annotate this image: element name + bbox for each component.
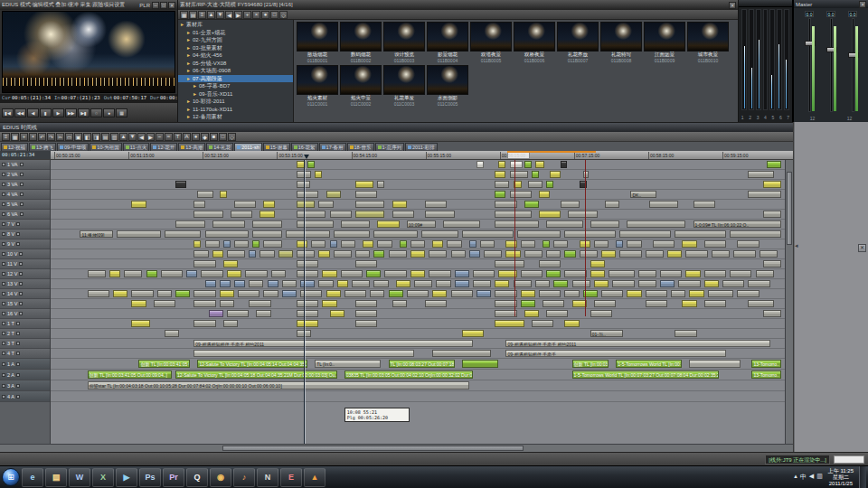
- timeline-clip[interactable]: [646, 250, 664, 258]
- timeline-clip[interactable]: [767, 161, 781, 168]
- track-header[interactable]: 13 V: [0, 279, 50, 289]
- timeline-clip[interactable]: [234, 240, 249, 248]
- timeline-clip[interactable]: [429, 250, 447, 258]
- record-icon[interactable]: ●: [192, 133, 200, 141]
- timeline-clip[interactable]: 创新 TL [In:00:03:41:05 Out:00:09:04..]: [88, 371, 172, 379]
- track-lock-icon[interactable]: [2, 384, 5, 388]
- timeline-clip[interactable]: [249, 280, 263, 287]
- sequence-tab[interactable]: 12-花开: [150, 143, 177, 151]
- timeline-clip[interactable]: [193, 201, 204, 208]
- timeline-clip[interactable]: [259, 211, 274, 218]
- minimize-icon[interactable]: ─: [152, 2, 159, 9]
- track-lock-icon[interactable]: [2, 302, 5, 305]
- timeline-clip[interactable]: [322, 300, 336, 307]
- timeline-track-lane[interactable]: 创新 TL [In:00:03:41:05 Out:00:00:04..]12-…: [51, 359, 785, 370]
- timeline-clip[interactable]: [646, 290, 667, 297]
- redo-icon[interactable]: ↷: [47, 133, 55, 141]
- timeline-clip[interactable]: [282, 290, 297, 297]
- timeline-clip[interactable]: 09-相遇相知相伴 手牵手 相约2011: [505, 340, 769, 347]
- mixer-channel[interactable]: [741, 9, 747, 110]
- timeline-clip[interactable]: [553, 280, 568, 287]
- timeline-clip[interactable]: [678, 280, 700, 287]
- sequence-tab[interactable]: 17-备用: [319, 143, 346, 151]
- timeline-clip[interactable]: [286, 230, 330, 238]
- hidden-icons-arrow[interactable]: ▴: [794, 473, 797, 482]
- paste-icon[interactable]: ▣: [74, 133, 82, 141]
- timeline-clip[interactable]: [572, 280, 590, 287]
- timeline-clip[interactable]: [322, 270, 336, 277]
- timeline-clip[interactable]: [730, 270, 751, 277]
- track-lock-icon[interactable]: [2, 395, 5, 399]
- explorer-folder-taskbar-icon[interactable]: ▤: [45, 468, 67, 487]
- timeline-clip[interactable]: [760, 250, 778, 258]
- track-header[interactable]: 2 VA: [0, 170, 50, 180]
- timeline-clip[interactable]: [165, 330, 179, 337]
- timeline-clip[interactable]: [220, 280, 231, 287]
- mixer-channel[interactable]: [763, 9, 769, 110]
- timeline-clip[interactable]: [619, 250, 641, 258]
- timeline-clip[interactable]: [532, 171, 539, 178]
- bin-tree-item[interactable]: ▸05-分镜-VX08: [178, 60, 293, 68]
- track-mute-icon[interactable]: [19, 252, 23, 256]
- timeline-clip[interactable]: [498, 161, 505, 168]
- timeline-track-lane[interactable]: [51, 160, 785, 170]
- timeline-clip[interactable]: [609, 270, 634, 277]
- timeline-clip[interactable]: [212, 250, 223, 258]
- track-header[interactable]: 7 V: [0, 220, 50, 230]
- premiere-taskbar-icon[interactable]: Pr: [163, 468, 184, 487]
- timeline-clip[interactable]: [649, 201, 678, 208]
- track-header[interactable]: 14 V: [0, 289, 50, 299]
- excel-taskbar-icon[interactable]: X: [92, 468, 114, 487]
- timeline-clip[interactable]: [535, 280, 550, 287]
- export-button[interactable]: ▦: [116, 108, 127, 117]
- mixer-channel[interactable]: [784, 9, 789, 110]
- bin-clip[interactable]: 礼花单发011C0003: [383, 65, 425, 107]
- timeline-clip[interactable]: [495, 181, 509, 188]
- sequence-tab[interactable]: 12-祝福: [1, 143, 28, 151]
- timeline-titlebar[interactable]: EDIUS 时间线: [0, 123, 793, 132]
- track-lock-icon[interactable]: [2, 342, 5, 345]
- sequence-tab[interactable]: 1-总序列: [375, 143, 404, 151]
- sequence-tab[interactable]: 15-谢幕: [263, 143, 290, 151]
- timeline-clip[interactable]: [88, 270, 106, 277]
- panel-close-icon[interactable]: ✕: [858, 244, 866, 252]
- timeline-clip[interactable]: [297, 300, 318, 307]
- timeline-clip[interactable]: [297, 310, 318, 317]
- track-header[interactable]: 1 A: [0, 359, 50, 370]
- mixer-icon[interactable]: ≈: [165, 133, 173, 141]
- timeline-clip[interactable]: [550, 171, 560, 178]
- notepad-taskbar-icon[interactable]: N: [257, 468, 278, 487]
- track-header[interactable]: 15 V: [0, 299, 50, 309]
- timeline-track-lane[interactable]: 仰望star TL [In:00:04:03:18 Out:00:10:05:2…: [51, 380, 785, 391]
- timeline-clip[interactable]: [186, 270, 197, 277]
- timeline-clip[interactable]: 10:09#: [407, 221, 436, 228]
- timeline-clip[interactable]: 03835 TL [In:00:03:05 Out:00:04:02:10 Or…: [344, 371, 473, 379]
- track-header[interactable]: 3 A: [0, 380, 50, 391]
- master-fader[interactable]: 0.0: [824, 11, 839, 112]
- bin-close-icon[interactable]: ✕: [729, 2, 736, 9]
- timeline-clip[interactable]: [193, 211, 222, 218]
- timeline-clip[interactable]: [748, 280, 769, 287]
- track-lock-icon[interactable]: [2, 192, 5, 196]
- track-mute-icon[interactable]: [16, 384, 20, 388]
- timeline-clip[interactable]: [377, 221, 399, 228]
- timeline-clip[interactable]: [590, 221, 619, 228]
- timeline-clip[interactable]: [297, 211, 326, 218]
- sequence-tab[interactable]: 13-腾飞: [29, 143, 56, 151]
- bin-clip[interactable]: 散场烟花011B0001: [297, 22, 338, 63]
- trim-left-icon[interactable]: ◧: [83, 133, 91, 141]
- timeline-clip[interactable]: [344, 290, 366, 297]
- track-header[interactable]: 2 T: [0, 329, 50, 339]
- timeline-clip[interactable]: 仰望star TL [In:00:04:03:18 Out:00:10:05:2…: [88, 381, 469, 389]
- timeline-track-lane[interactable]: [51, 289, 785, 299]
- timeline-clip[interactable]: [131, 300, 146, 307]
- timeline-clip[interactable]: [231, 211, 252, 218]
- timeline-clip[interactable]: [689, 360, 741, 368]
- loop-button[interactable]: ○: [90, 108, 102, 117]
- timeline-clip[interactable]: [131, 201, 146, 208]
- timeline-clip[interactable]: [392, 300, 407, 307]
- timeline-clip[interactable]: [425, 211, 454, 218]
- timeline-clip[interactable]: [410, 250, 425, 258]
- timeline-clip[interactable]: [546, 250, 561, 258]
- timeline-clip[interactable]: [193, 320, 215, 327]
